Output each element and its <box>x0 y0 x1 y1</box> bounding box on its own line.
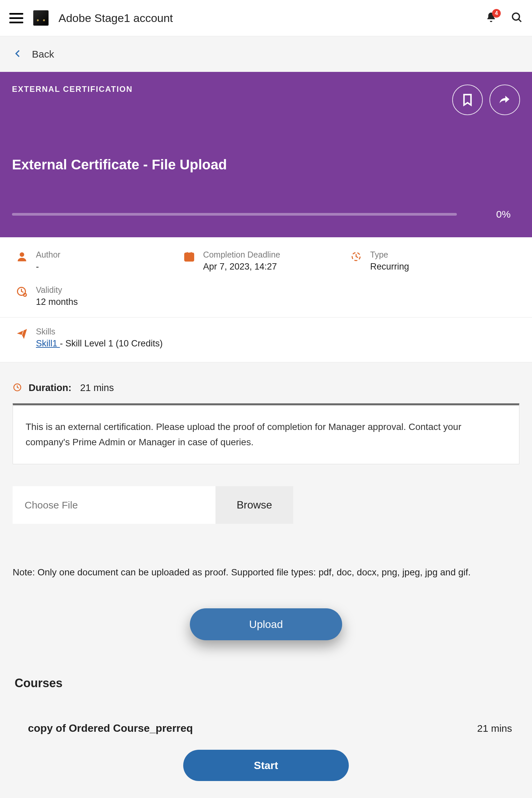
bookmark-icon <box>460 93 474 107</box>
share-arrow-icon <box>498 93 512 107</box>
clock-icon <box>13 383 22 393</box>
meta-value: - <box>36 261 60 272</box>
file-note: Note: Only one document can be uploaded … <box>13 567 519 578</box>
chevron-left-icon[interactable] <box>13 49 23 59</box>
app-bar-left: Adobe Stage1 account <box>9 10 173 25</box>
meta-deadline: Completion Deadline Apr 7, 2023, 14:27 <box>183 250 350 272</box>
duration-value: 21 mins <box>80 382 114 393</box>
meta-validity: Validity 12 months <box>15 285 183 307</box>
upload-button[interactable]: Upload <box>190 608 342 640</box>
skill-detail: - Skill Level 1 (10 Credits) <box>60 339 163 348</box>
search-icon[interactable] <box>511 11 523 25</box>
meta-value: 12 months <box>36 297 78 307</box>
course-duration: 21 mins <box>477 723 512 734</box>
hero-actions <box>452 85 520 115</box>
skills-section: Skills Skill1 - Skill Level 1 (10 Credit… <box>0 318 532 362</box>
info-card: This is an external certification. Pleas… <box>13 403 519 464</box>
meta-value: Apr 7, 2023, 14:27 <box>203 261 280 272</box>
hamburger-icon[interactable] <box>9 11 23 25</box>
app-bar: Adobe Stage1 account 4 <box>0 0 532 36</box>
calendar-icon <box>183 250 196 263</box>
progress-percent: 0% <box>487 208 520 220</box>
skills-line: Skill1 - Skill Level 1 (10 Credits) <box>36 339 163 349</box>
app-title: Adobe Stage1 account <box>58 12 173 25</box>
start-button[interactable]: Start <box>183 750 349 781</box>
course-row: copy of Ordered Course_prerreq 21 mins <box>28 722 512 734</box>
duration-row: Duration: 21 mins <box>0 362 532 403</box>
back-button[interactable]: Back <box>32 49 54 60</box>
svg-rect-3 <box>185 253 193 261</box>
svg-point-2 <box>20 253 24 257</box>
meta-label: Author <box>36 250 60 259</box>
notification-badge: 4 <box>492 9 501 18</box>
app-bar-right: 4 <box>486 11 523 25</box>
share-button[interactable] <box>490 85 520 115</box>
recurring-icon <box>349 250 363 263</box>
file-input[interactable] <box>13 486 215 524</box>
meta-label: Completion Deadline <box>203 250 280 259</box>
svg-point-9 <box>23 293 27 297</box>
skills-label: Skills <box>36 327 163 337</box>
skill-link[interactable]: Skill1 <box>36 339 60 348</box>
meta-label: Type <box>370 250 409 259</box>
courses-heading: Courses <box>15 676 532 690</box>
meta-section: Author - Completion Deadline Apr 7, 2023… <box>0 237 532 318</box>
svg-line-1 <box>519 19 521 22</box>
hero-eyebrow: EXTERNAL CERTIFICATION <box>12 85 133 94</box>
back-bar: Back <box>0 36 532 72</box>
validity-icon <box>15 285 28 298</box>
bookmark-button[interactable] <box>452 85 483 115</box>
person-icon <box>15 250 28 263</box>
page-title: External Certificate - File Upload <box>12 157 520 173</box>
notifications-button[interactable]: 4 <box>486 12 497 24</box>
meta-value: Recurring <box>370 261 409 272</box>
course-name: copy of Ordered Course_prerreq <box>28 722 193 734</box>
app-logo <box>33 10 49 25</box>
meta-author: Author - <box>15 250 183 272</box>
duration-label: Duration: <box>28 382 72 393</box>
meta-label: Validity <box>36 285 78 295</box>
meta-type: Type Recurring <box>349 250 517 272</box>
hero-banner: EXTERNAL CERTIFICATION External Certific… <box>0 72 532 237</box>
file-chooser: Browse <box>13 486 519 524</box>
paper-plane-icon <box>15 327 28 340</box>
browse-button[interactable]: Browse <box>215 486 293 524</box>
svg-point-0 <box>512 13 519 20</box>
progress-bar <box>12 213 457 216</box>
hero-top: EXTERNAL CERTIFICATION <box>12 85 520 115</box>
bell-icon <box>486 18 497 24</box>
progress-row: 0% <box>12 208 520 220</box>
